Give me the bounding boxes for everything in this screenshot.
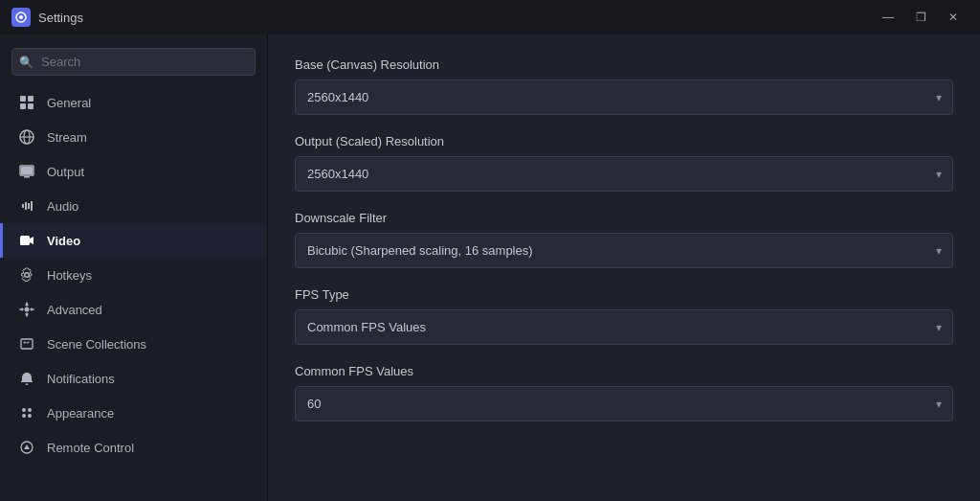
select-wrapper-base-resolution: 2560x1440 1920x1080 3840x2160 1280x720 ▾ (295, 80, 953, 115)
select-common-fps[interactable]: 60 24 25 29.97 30 48 120 (295, 386, 953, 421)
sidebar-item-stream[interactable]: Stream (0, 120, 267, 154)
select-output-resolution[interactable]: 2560x1440 1920x1080 3840x2160 1280x720 (295, 156, 953, 192)
globe-icon (18, 128, 35, 146)
sidebar-label-remote-control: Remote Control (47, 441, 134, 455)
search-icon: 🔍 (19, 56, 33, 69)
sidebar-item-notifications[interactable]: Notifications (0, 361, 267, 396)
main-layout: 🔍 General Stream (0, 34, 980, 501)
svg-point-18 (22, 414, 26, 418)
label-downscale-filter: Downscale Filter (295, 211, 953, 225)
svg-rect-4 (20, 103, 26, 109)
sidebar-label-general: General (47, 96, 91, 110)
select-wrapper-downscale-filter: Bicubic (Sharpened scaling, 16 samples) … (295, 233, 953, 268)
svg-point-16 (22, 408, 26, 412)
svg-rect-11 (24, 176, 30, 178)
sidebar-label-audio: Audio (47, 199, 78, 214)
select-wrapper-common-fps: 60 24 25 29.97 30 48 120 ▾ (295, 386, 953, 421)
sidebar-label-video: Video (47, 234, 80, 248)
svg-point-15 (24, 342, 26, 344)
sidebar-label-hotkeys: Hotkeys (47, 268, 92, 283)
label-base-resolution: Base (Canvas) Resolution (295, 57, 953, 72)
content-area: Base (Canvas) Resolution 2560x1440 1920x… (268, 34, 980, 501)
video-icon (18, 232, 35, 249)
sidebar-item-appearance[interactable]: Appearance (0, 396, 267, 430)
sidebar: 🔍 General Stream (0, 34, 268, 501)
scene-icon (18, 335, 35, 353)
select-wrapper-output-resolution: 2560x1440 1920x1080 3840x2160 1280x720 ▾ (295, 156, 953, 192)
select-fps-type[interactable]: Common FPS Values Integer FPS Value Frac… (295, 309, 953, 345)
gear-icon (18, 266, 35, 284)
svg-rect-5 (28, 103, 33, 109)
sidebar-label-output: Output (47, 165, 84, 179)
window-title: Settings (38, 11, 83, 25)
sidebar-label-notifications: Notifications (47, 372, 115, 386)
appearance-icon (18, 404, 35, 421)
search-wrapper: 🔍 (0, 44, 267, 85)
sidebar-item-video[interactable]: Video (0, 223, 267, 258)
grid-icon (18, 94, 35, 111)
field-fps-type: FPS Type Common FPS Values Integer FPS V… (295, 287, 953, 345)
app-icon (11, 8, 31, 27)
select-base-resolution[interactable]: 2560x1440 1920x1080 3840x2160 1280x720 (295, 80, 953, 115)
select-wrapper-fps-type: Common FPS Values Integer FPS Value Frac… (295, 309, 953, 345)
search-input[interactable] (11, 48, 256, 76)
sidebar-item-remote-control[interactable]: Remote Control (0, 430, 267, 465)
minimize-button[interactable]: — (873, 4, 903, 31)
select-downscale-filter[interactable]: Bicubic (Sharpened scaling, 16 samples) … (295, 233, 953, 268)
svg-rect-10 (21, 167, 33, 174)
sidebar-item-output[interactable]: Output (0, 154, 267, 189)
sidebar-label-stream: Stream (47, 130, 87, 145)
label-common-fps: Common FPS Values (295, 364, 953, 378)
label-output-resolution: Output (Scaled) Resolution (295, 134, 953, 148)
svg-rect-2 (20, 96, 26, 102)
field-base-resolution: Base (Canvas) Resolution 2560x1440 1920x… (295, 57, 953, 115)
maximize-button[interactable]: ❐ (905, 4, 936, 31)
svg-point-17 (28, 408, 32, 412)
sidebar-label-scene-collections: Scene Collections (47, 337, 146, 352)
sidebar-item-hotkeys[interactable]: Hotkeys (0, 258, 267, 292)
bell-icon (18, 370, 35, 387)
title-bar: Settings — ❐ ✕ (0, 0, 980, 34)
svg-marker-21 (24, 444, 30, 449)
svg-point-19 (28, 414, 32, 418)
svg-point-14 (25, 307, 30, 312)
field-common-fps: Common FPS Values 60 24 25 29.97 30 48 1… (295, 364, 953, 421)
svg-rect-3 (28, 96, 33, 102)
sidebar-label-appearance: Appearance (47, 406, 114, 421)
sidebar-item-audio[interactable]: Audio (0, 189, 267, 223)
sidebar-label-advanced: Advanced (47, 303, 102, 317)
label-fps-type: FPS Type (295, 287, 953, 302)
sidebar-item-advanced[interactable]: Advanced (0, 292, 267, 327)
svg-point-1 (19, 15, 23, 19)
sidebar-item-scene-collections[interactable]: Scene Collections (0, 327, 267, 361)
field-output-resolution: Output (Scaled) Resolution 2560x1440 192… (295, 134, 953, 192)
svg-rect-12 (20, 236, 30, 245)
field-downscale-filter: Downscale Filter Bicubic (Sharpened scal… (295, 211, 953, 268)
close-button[interactable]: ✕ (938, 4, 969, 31)
sidebar-item-general[interactable]: General (0, 85, 267, 120)
audio-icon (18, 197, 35, 215)
svg-marker-13 (30, 237, 33, 244)
output-icon (18, 163, 35, 180)
window-controls: — ❐ ✕ (873, 4, 969, 31)
advanced-gear-icon (18, 301, 35, 318)
remote-icon (18, 439, 35, 456)
